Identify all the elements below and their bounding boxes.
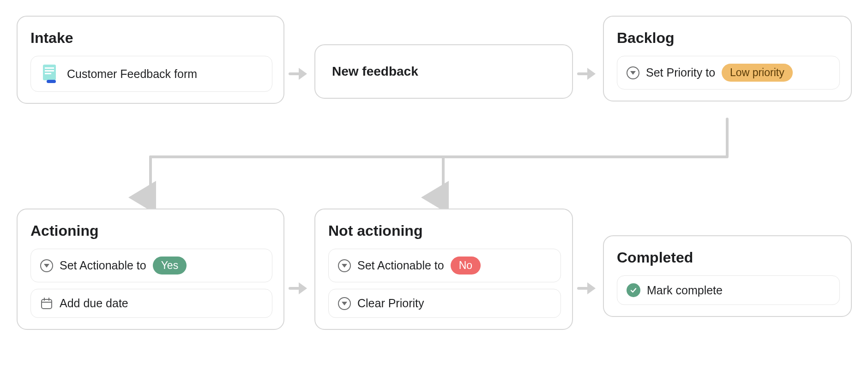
notactioning-actionable-pill: No xyxy=(451,257,481,275)
completed-mark-complete-rule[interactable]: Mark complete xyxy=(617,275,840,305)
trigger-icon xyxy=(40,259,53,272)
notactioning-set-actionable-rule[interactable]: Set Actionable to No xyxy=(328,249,561,282)
calendar-icon xyxy=(40,297,53,310)
arrow-notactioning-to-completed xyxy=(577,279,596,298)
notactioning-clear-priority-rule[interactable]: Clear Priority xyxy=(328,289,561,318)
svg-rect-5 xyxy=(42,299,52,309)
check-complete-icon xyxy=(627,283,640,297)
arrow-actioning-to-notactioning xyxy=(289,279,307,298)
stage-not-actioning[interactable]: Not actioning Set Actionable to No Clear… xyxy=(314,209,573,330)
stage-actioning-title: Actioning xyxy=(30,222,272,239)
actioning-actionable-pill: Yes xyxy=(153,257,187,275)
actioning-add-due-date-label: Add due date xyxy=(60,297,128,310)
notactioning-set-actionable-label: Set Actionable to xyxy=(357,259,444,272)
trigger-icon xyxy=(338,297,351,310)
stage-actioning[interactable]: Actioning Set Actionable to Yes Add due … xyxy=(17,209,284,330)
stage-not-actioning-title: Not actioning xyxy=(328,222,561,239)
actioning-set-actionable-label: Set Actionable to xyxy=(60,259,146,272)
stage-completed[interactable]: Completed Mark complete xyxy=(603,235,852,317)
actioning-set-actionable-rule[interactable]: Set Actionable to Yes xyxy=(30,249,272,282)
completed-mark-complete-label: Mark complete xyxy=(647,284,723,297)
notactioning-clear-priority-label: Clear Priority xyxy=(357,297,424,310)
actioning-add-due-date-rule[interactable]: Add due date xyxy=(30,289,272,318)
stage-completed-title: Completed xyxy=(617,249,840,266)
trigger-icon xyxy=(338,259,351,272)
